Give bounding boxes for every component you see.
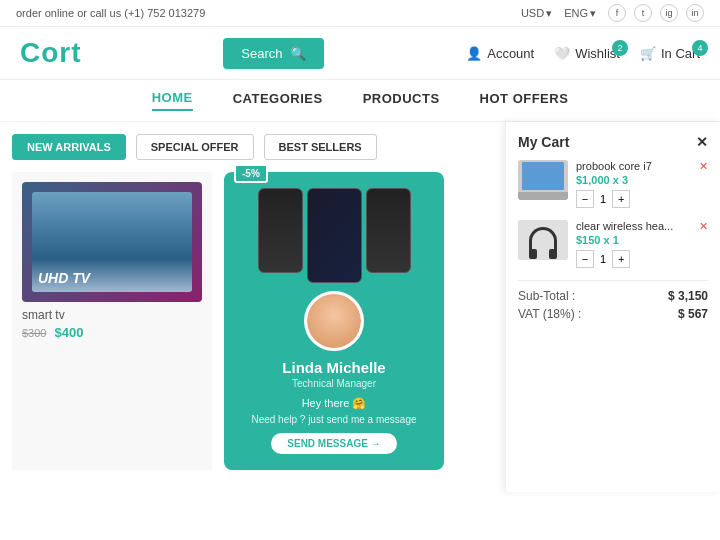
cart-close-button[interactable]: ✕ bbox=[696, 134, 708, 150]
language-value: ENG bbox=[564, 7, 588, 19]
account-button[interactable]: 👤 Account bbox=[466, 46, 534, 61]
header-icons: 👤 Account 🤍 2 Wishlist 🛒 4 In Cart bbox=[466, 46, 700, 61]
account-icon: 👤 bbox=[466, 46, 482, 61]
qty-value-0: 1 bbox=[600, 193, 606, 205]
phone-side2-icon bbox=[366, 188, 411, 273]
search-button[interactable]: Search 🔍 bbox=[223, 38, 324, 69]
remove-item-0-button[interactable]: ✕ bbox=[699, 160, 708, 173]
cart-item-price-0: $1,000 x 3 bbox=[576, 174, 708, 186]
header: Cort Search 🔍 👤 Account 🤍 2 Wishlist 🛒 4… bbox=[0, 27, 720, 80]
phone-side-icon bbox=[258, 188, 303, 273]
currency-selector[interactable]: USD ▾ bbox=[521, 7, 552, 20]
cart-item-price-1: $150 x 1 bbox=[576, 234, 708, 246]
chat-message: Need help ? just send me a message bbox=[251, 414, 416, 425]
chat-greeting: Hey there 🤗 bbox=[302, 397, 367, 410]
cart-badge: 4 bbox=[692, 40, 708, 56]
cart-item-name-1: clear wireless hea... ✕ bbox=[576, 220, 708, 232]
price-original-tv: $300 bbox=[22, 327, 46, 339]
phone-stack bbox=[258, 188, 411, 283]
headphones-icon bbox=[529, 227, 557, 253]
product-price-row-tv: $300 $400 bbox=[22, 325, 202, 340]
headphones-thumbnail bbox=[518, 220, 568, 260]
discount-badge: -5% bbox=[234, 164, 268, 183]
avatar bbox=[304, 291, 364, 351]
cart-item-0: probook core i7 ✕ $1,000 x 3 − 1 + bbox=[518, 160, 708, 208]
qty-value-1: 1 bbox=[600, 253, 606, 265]
facebook-icon[interactable]: f bbox=[608, 4, 626, 22]
search-icon: 🔍 bbox=[290, 46, 306, 61]
cart-button[interactable]: 🛒 4 In Cart bbox=[640, 46, 700, 61]
product-name-tv: smart tv bbox=[22, 308, 202, 322]
laptop-base-icon bbox=[518, 192, 568, 200]
subtotal-value: $ 3,150 bbox=[668, 289, 708, 303]
qty-increase-1[interactable]: + bbox=[612, 250, 630, 268]
cart-item-info-0: probook core i7 ✕ $1,000 x 3 − 1 + bbox=[576, 160, 708, 208]
currency-chevron-icon: ▾ bbox=[546, 7, 552, 20]
filter-tab-new-arrivals[interactable]: NEW ARRIVALS bbox=[12, 134, 126, 160]
top-bar-right: USD ▾ ENG ▾ f t ig in bbox=[521, 4, 704, 22]
qty-control-0: − 1 + bbox=[576, 190, 708, 208]
subtotal-row: Sub-Total : $ 3,150 bbox=[518, 289, 708, 303]
remove-item-1-button[interactable]: ✕ bbox=[699, 220, 708, 233]
currency-value: USD bbox=[521, 7, 544, 19]
cart-item-image-laptop bbox=[518, 160, 568, 200]
tv-label: UHD TV bbox=[38, 270, 90, 286]
product-card-tv: UHD TV smart tv $300 $400 bbox=[12, 172, 212, 470]
subtotal-label: Sub-Total : bbox=[518, 289, 575, 303]
cart-panel: My Cart ✕ probook core i7 ✕ $1,000 x 3 bbox=[505, 122, 720, 492]
nav-item-categories[interactable]: CATEGORIES bbox=[233, 91, 323, 110]
cart-item-1: clear wireless hea... ✕ $150 x 1 − 1 + bbox=[518, 220, 708, 268]
language-chevron-icon: ▾ bbox=[590, 7, 596, 20]
wishlist-badge: 2 bbox=[612, 40, 628, 56]
wishlist-icon: 🤍 bbox=[554, 46, 570, 61]
person-title: Technical Manager bbox=[292, 378, 376, 389]
laptop-thumbnail-icon bbox=[518, 160, 568, 200]
avatar-face bbox=[307, 293, 361, 349]
cart-item-name-0: probook core i7 ✕ bbox=[576, 160, 708, 172]
wishlist-button[interactable]: 🤍 2 Wishlist bbox=[554, 46, 620, 61]
navigation: HOME CATEGORIES PRODUCTS HOT OFFERS bbox=[0, 80, 720, 122]
cart-totals: Sub-Total : $ 3,150 VAT (18%) : $ 567 bbox=[518, 289, 708, 321]
phone-main-icon bbox=[307, 188, 362, 283]
tv-image: UHD TV bbox=[22, 182, 202, 302]
filter-tabs: NEW ARRIVALS SPECIAL OFFER BEST SELLERS bbox=[12, 134, 493, 160]
laptop-screen-icon bbox=[522, 162, 564, 190]
logo: Cort bbox=[20, 37, 82, 69]
products-grid: UHD TV smart tv $300 $400 -5% bbox=[12, 172, 493, 470]
price-sale-tv: $400 bbox=[54, 325, 83, 340]
cart-header: My Cart ✕ bbox=[518, 134, 708, 150]
search-label: Search bbox=[241, 46, 282, 61]
instagram-icon[interactable]: ig bbox=[660, 4, 678, 22]
chat-card: -5% Linda Michelle Technical Manager Hey… bbox=[224, 172, 444, 470]
tv-screen: UHD TV bbox=[32, 192, 192, 292]
product-area: NEW ARRIVALS SPECIAL OFFER BEST SELLERS … bbox=[0, 122, 505, 492]
top-bar: order online or call us (+1) 752 013279 … bbox=[0, 0, 720, 27]
filter-tab-special-offer[interactable]: SPECIAL OFFER bbox=[136, 134, 254, 160]
language-selector[interactable]: ENG ▾ bbox=[564, 7, 596, 20]
vat-label: VAT (18%) : bbox=[518, 307, 581, 321]
nav-item-products[interactable]: PRODUCTS bbox=[363, 91, 440, 110]
cart-icon: 🛒 bbox=[640, 46, 656, 61]
top-bar-contact: order online or call us (+1) 752 013279 bbox=[16, 7, 205, 19]
nav-item-hot-offers[interactable]: HOT OFFERS bbox=[480, 91, 569, 110]
cart-title: My Cart bbox=[518, 134, 569, 150]
nav-item-home[interactable]: HOME bbox=[152, 90, 193, 111]
vat-value: $ 567 bbox=[678, 307, 708, 321]
linkedin-icon[interactable]: in bbox=[686, 4, 704, 22]
person-name: Linda Michelle bbox=[282, 359, 385, 376]
qty-control-1: − 1 + bbox=[576, 250, 708, 268]
social-icons: f t ig in bbox=[608, 4, 704, 22]
filter-tab-best-sellers[interactable]: BEST SELLERS bbox=[264, 134, 377, 160]
twitter-icon[interactable]: t bbox=[634, 4, 652, 22]
account-label: Account bbox=[487, 46, 534, 61]
contact-text: order online or call us (+1) 752 013279 bbox=[16, 7, 205, 19]
qty-increase-0[interactable]: + bbox=[612, 190, 630, 208]
qty-decrease-0[interactable]: − bbox=[576, 190, 594, 208]
cart-divider bbox=[518, 280, 708, 281]
cart-item-image-headphones bbox=[518, 220, 568, 260]
send-message-button[interactable]: SEND MESSAGE → bbox=[271, 433, 396, 454]
main-content: NEW ARRIVALS SPECIAL OFFER BEST SELLERS … bbox=[0, 122, 720, 492]
cart-item-info-1: clear wireless hea... ✕ $150 x 1 − 1 + bbox=[576, 220, 708, 268]
vat-row: VAT (18%) : $ 567 bbox=[518, 307, 708, 321]
qty-decrease-1[interactable]: − bbox=[576, 250, 594, 268]
